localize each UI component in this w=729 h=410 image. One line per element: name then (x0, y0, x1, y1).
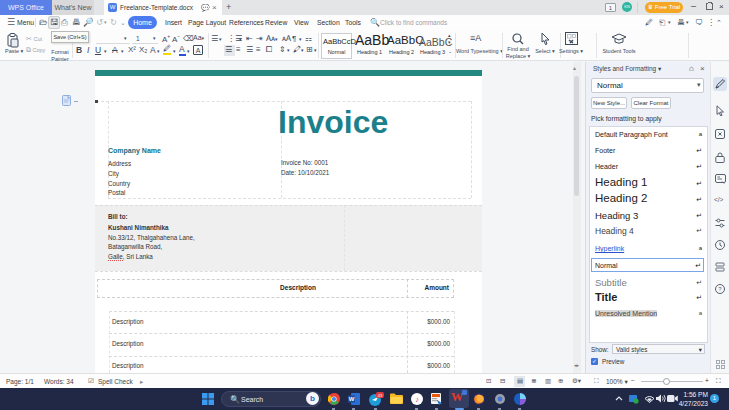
svg-text:W: W (349, 396, 355, 402)
svg-text:♪: ♪ (415, 395, 419, 404)
svg-text:43: 43 (378, 393, 383, 398)
svg-text:?: ? (718, 286, 722, 292)
